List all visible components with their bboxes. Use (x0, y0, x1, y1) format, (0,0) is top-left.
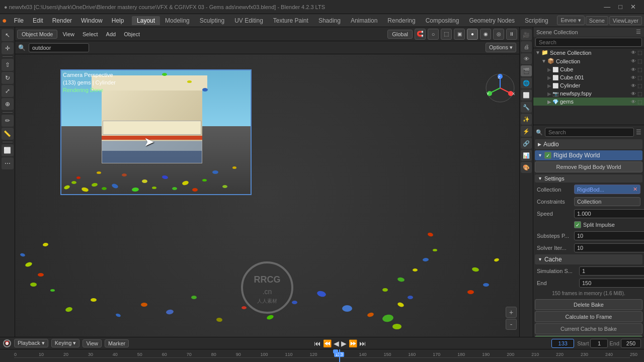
move-tool[interactable]: ⇧ (2, 59, 14, 71)
tab-layout[interactable]: Layout (132, 16, 160, 25)
outliner-newfspy[interactable]: ▶ 📷 newfspy.fspy 👁 ⬚ (533, 89, 644, 98)
calc-to-frame-btn[interactable]: Calculate to Frame (535, 311, 642, 322)
annotate-tool[interactable]: ✏ (2, 115, 14, 127)
audio-header[interactable]: ▶ Audio (535, 139, 642, 149)
shading-wireframe[interactable]: ▣ (454, 29, 465, 40)
tab-compositing[interactable]: Compositing (421, 16, 464, 25)
delete-bake-btn[interactable]: Delete Bake (535, 299, 642, 310)
viewport-gizmo[interactable]: Z X Y (484, 72, 517, 105)
prop-tab-view[interactable]: 👁 (521, 53, 532, 64)
play-back-btn[interactable]: ◀ (334, 339, 339, 347)
settings-header[interactable]: ▼ Settings (535, 174, 642, 183)
cache-header[interactable]: ▼ Cache (535, 254, 642, 264)
play-btn[interactable]: ▶ (341, 339, 347, 347)
transform-global[interactable]: Global (387, 30, 413, 39)
tab-uv-editing[interactable]: UV Editing (229, 16, 268, 25)
prop-tab-material[interactable]: 🎨 (521, 162, 532, 173)
prop-filter-icon[interactable]: ☰ (636, 129, 641, 136)
keying-menu[interactable]: Keying ▾ (51, 339, 80, 347)
maximize-btn[interactable]: □ (614, 3, 626, 11)
tab-modeling[interactable]: Modeling (160, 16, 195, 25)
viewport-mode-menu[interactable]: Object Mode (17, 30, 57, 39)
outliner-gems[interactable]: ▶ 💎 gems 👁 ⬚ (533, 98, 644, 106)
collection-value[interactable]: RigidBod... ✕ (574, 185, 640, 194)
menu-file[interactable]: File (10, 16, 28, 25)
outliner-collection[interactable]: ▼ 📦 Collection 👁 ⬚ (533, 57, 644, 65)
xray-toggle[interactable]: ⬚ (441, 29, 452, 40)
rotate-tool[interactable]: ↻ (2, 72, 14, 84)
menu-help[interactable]: Help (108, 16, 128, 25)
snap-toggle[interactable]: 🧲 (415, 29, 426, 40)
prop-tab-constraints[interactable]: 🔗 (521, 138, 532, 149)
extra-tools[interactable]: ⋯ (2, 157, 14, 169)
tab-texture-paint[interactable]: Texture Paint (268, 16, 313, 25)
prop-search-input[interactable] (545, 128, 634, 137)
marker-menu[interactable]: Marker (105, 339, 129, 347)
playback-menu[interactable]: Playback ▾ (14, 339, 48, 347)
prop-tab-physics[interactable]: ⚡ (521, 126, 532, 137)
outliner-filter-icon[interactable]: ☰ (636, 29, 641, 35)
cache-end-input[interactable] (579, 279, 644, 288)
viewport-view-menu[interactable]: View (59, 30, 77, 38)
speed-input[interactable] (574, 209, 644, 218)
options-btn[interactable]: Options ▾ (486, 43, 516, 52)
step-back-btn[interactable]: ⏪ (323, 339, 332, 347)
viewlayer-selector[interactable]: ViewLayer (609, 16, 642, 25)
current-frame-input[interactable] (551, 339, 574, 348)
sim-start-input[interactable] (579, 266, 644, 276)
jump-end-btn[interactable]: ⏭ (359, 339, 366, 347)
rigid-body-world-header[interactable]: ▼ ✓ Rigid Body World (535, 150, 642, 160)
start-frame-input[interactable] (590, 339, 608, 348)
tab-shading[interactable]: Shading (313, 16, 346, 25)
minimize-btn[interactable]: — (600, 3, 614, 11)
constraints-value[interactable]: Collection (574, 197, 640, 206)
prop-tab-data[interactable]: 📊 (521, 150, 532, 161)
scale-tool[interactable]: ⤢ (2, 85, 14, 97)
split-impulse-checkbox[interactable]: ✓ (574, 221, 581, 228)
rigid-body-checkbox[interactable]: ✓ (544, 152, 551, 159)
remove-rigid-body-btn[interactable]: Remove Rigid Body World (535, 161, 642, 172)
engine-selector[interactable]: Eevee ▾ (557, 16, 584, 25)
tab-sculpting[interactable]: Sculpting (195, 16, 229, 25)
outliner-cylinder[interactable]: ▶ ⬜ Cylinder 👁 ⬚ (533, 81, 644, 89)
prop-tab-object[interactable]: ⬜ (521, 89, 532, 101)
close-btn[interactable]: ✕ (626, 3, 640, 11)
step-forward-btn[interactable]: ⏩ (349, 339, 357, 347)
cursor-tool[interactable]: ✛ (2, 42, 14, 54)
shading-material[interactable]: ◉ (480, 29, 491, 40)
pause-btn[interactable]: ⏸ (506, 29, 517, 40)
select-tool[interactable]: ↖ (2, 29, 14, 41)
tab-rendering[interactable]: Rendering (382, 16, 420, 25)
transform-tool[interactable]: ⊕ (2, 98, 14, 110)
tab-scripting[interactable]: Scripting (520, 16, 553, 25)
prop-tab-output[interactable]: 🖨 (521, 41, 532, 52)
solver-input[interactable] (574, 243, 644, 252)
viewport-zoom-in[interactable]: + (506, 307, 517, 318)
shading-rendered[interactable]: ◎ (493, 29, 504, 40)
prop-tab-modifier[interactable]: 🔧 (521, 102, 532, 113)
prop-tab-particles[interactable]: ✨ (521, 114, 532, 125)
playhead-handle[interactable] (333, 349, 338, 353)
overlay-toggle[interactable]: ○ (428, 29, 439, 40)
viewport-search-input[interactable] (29, 43, 89, 52)
outliner-scene-collection[interactable]: ▼ 📁 Scene Collection 👁 ⬚ (533, 48, 644, 57)
collection-clear-icon[interactable]: ✕ (633, 186, 637, 193)
menu-edit[interactable]: Edit (29, 16, 47, 25)
outliner-cube[interactable]: ▶ ⬜ Cube 👁 ⬚ (533, 65, 644, 73)
viewport-object-menu[interactable]: Object (121, 30, 143, 38)
current-cache-btn[interactable]: Current Cache to Bake (535, 323, 642, 334)
tab-geometry-nodes[interactable]: Geometry Nodes (464, 16, 520, 25)
viewport-select-menu[interactable]: Select (79, 30, 101, 38)
shading-solid[interactable]: ● (467, 29, 478, 40)
view-menu[interactable]: View (83, 339, 102, 347)
scene-selector[interactable]: Scene (586, 16, 608, 25)
prop-tab-render[interactable]: 🎥 (521, 29, 532, 40)
timeline-playhead[interactable] (339, 349, 340, 362)
menu-render[interactable]: Render (48, 16, 76, 25)
prop-tab-world[interactable]: 🌐 (521, 77, 532, 88)
menu-window[interactable]: Window (77, 16, 107, 25)
substeps-input[interactable] (574, 231, 644, 240)
jump-start-btn[interactable]: ⏮ (314, 339, 321, 347)
outliner-cube-001[interactable]: ▶ ⬜ Cube.001 👁 ⬚ (533, 73, 644, 81)
add-cube-tool[interactable]: ⬜ (2, 144, 14, 156)
